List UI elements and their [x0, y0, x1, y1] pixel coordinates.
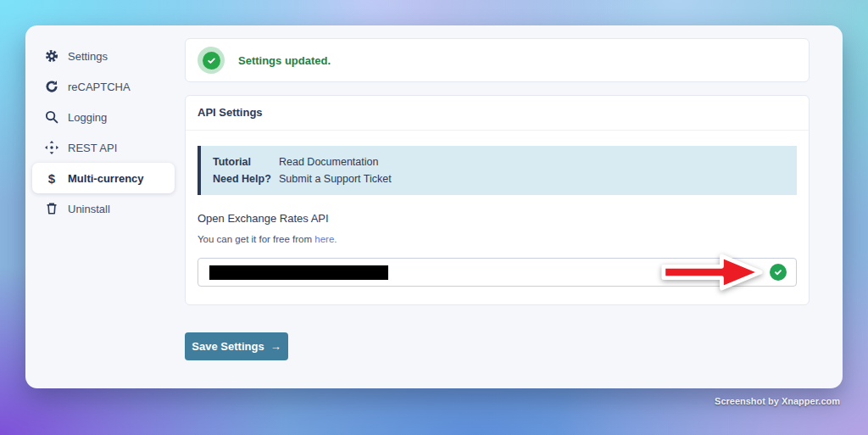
trash-icon	[45, 202, 58, 215]
success-check-icon	[198, 47, 225, 74]
sidebar-item-label: Multi-currency	[68, 172, 144, 185]
gear-icon	[45, 49, 58, 63]
valid-check-icon	[770, 264, 787, 281]
tutorial-info-box: Tutorial Read Documentation Need Help? S…	[198, 146, 797, 195]
api-settings-panel: API Settings Tutorial Read Documentation…	[185, 95, 810, 305]
sidebar-item-recaptcha[interactable]: reCAPTCHA	[32, 71, 175, 102]
info-row-tutorial: Tutorial Read Documentation	[213, 156, 797, 168]
sidebar-item-label: Uninstall	[68, 203, 110, 215]
save-settings-button[interactable]: Save Settings →	[185, 332, 288, 360]
red-arrow-annotation	[660, 253, 764, 292]
sidebar-item-label: reCAPTCHA	[68, 81, 131, 93]
arrow-right-icon: →	[270, 340, 281, 353]
move-icon	[45, 141, 58, 154]
api-field-label: Open Exchange Rates API	[198, 212, 797, 225]
sidebar-item-label: REST API	[68, 142, 117, 154]
xnapper-watermark: Screenshot by Xnapper.com	[715, 396, 840, 406]
help-text: You can get it for free from	[198, 234, 312, 244]
info-link-read-documentation[interactable]: Read Documentation	[279, 156, 378, 168]
here-link[interactable]: here.	[314, 234, 337, 244]
sidebar-item-label: Settings	[68, 50, 108, 63]
dollar-icon: $	[45, 171, 58, 185]
sidebar-item-multi-currency[interactable]: $ Multi-currency	[32, 163, 175, 193]
save-settings-label: Save Settings	[192, 340, 264, 353]
sidebar-item-logging[interactable]: Logging	[32, 102, 175, 132]
panel-body: Tutorial Read Documentation Need Help? S…	[186, 131, 809, 302]
redaction-bar	[209, 265, 388, 280]
panel-title: API Settings	[186, 96, 809, 131]
sidebar-item-settings[interactable]: Settings	[32, 41, 175, 71]
api-key-input[interactable]	[198, 258, 797, 287]
recaptcha-icon	[45, 80, 58, 93]
info-label: Tutorial	[213, 156, 279, 168]
sidebar-item-uninstall[interactable]: Uninstall	[32, 193, 175, 224]
info-link-support-ticket[interactable]: Submit a Support Ticket	[279, 173, 392, 185]
success-alert: Settings updated.	[185, 38, 810, 82]
content-area: Settings updated. API Settings Tutorial …	[185, 25, 810, 388]
desktop-background: Settings reCAPTCHA Log	[0, 0, 868, 435]
info-label: Need Help?	[213, 173, 279, 185]
info-row-need-help: Need Help? Submit a Support Ticket	[213, 173, 797, 185]
sidebar-item-label: Logging	[68, 111, 107, 124]
settings-window: Settings reCAPTCHA Log	[25, 25, 843, 388]
search-icon	[45, 110, 58, 124]
sidebar-item-rest-api[interactable]: REST API	[32, 132, 175, 163]
api-field-help: You can get it for free from here.	[198, 234, 797, 244]
sidebar: Settings reCAPTCHA Log	[32, 41, 175, 224]
alert-message: Settings updated.	[238, 54, 331, 67]
